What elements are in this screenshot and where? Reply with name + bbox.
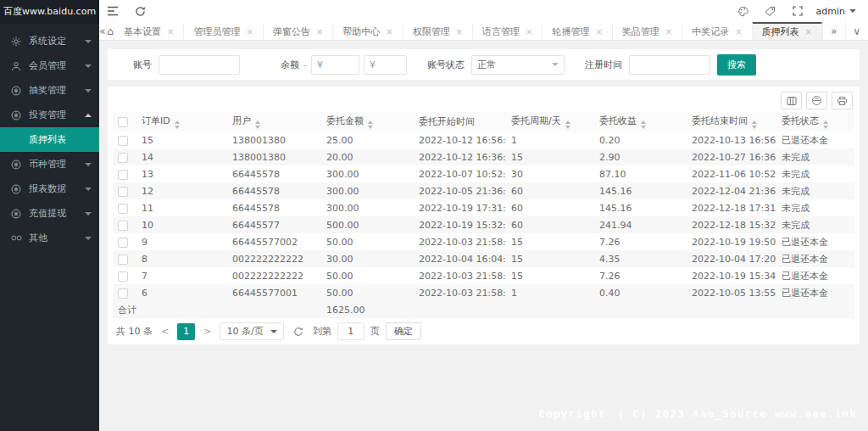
search-form: 账号 余额 - ¥ ¥ 账号状态 正常 注册时间 搜索 (108, 49, 860, 80)
close-icon[interactable]: × (316, 27, 323, 36)
cell-4: 60 (506, 199, 594, 216)
tab-0[interactable]: 基本设置× (114, 22, 184, 40)
row-checkbox[interactable] (118, 153, 128, 163)
search-button[interactable]: 搜索 (717, 54, 756, 76)
cell-1: 002222222222 (227, 267, 321, 284)
table-row: 1413800138020.002022-10-12 16:36:00152.9… (113, 148, 854, 165)
row-checkbox[interactable] (118, 204, 128, 214)
print-icon[interactable] (832, 92, 853, 109)
refresh-icon[interactable] (126, 0, 153, 22)
home-tab-icon[interactable]: ⌂ (107, 22, 114, 40)
sidebar-subitem-3-0[interactable]: 质押列表 (0, 127, 99, 152)
theme-palette-icon[interactable] (730, 0, 757, 22)
balance-min-input[interactable]: ¥ (311, 55, 359, 75)
account-status-select[interactable]: 正常 (471, 55, 565, 75)
sidebar-item-2[interactable]: 抽奖管理 (0, 78, 99, 103)
goto-page-input[interactable] (337, 322, 364, 340)
cell-3: 2022-10-07 10:52:15 (414, 165, 506, 182)
cell-5: 0.20 (594, 132, 687, 148)
sort-desc-icon (368, 126, 373, 129)
balance-max-input[interactable]: ¥ (364, 55, 407, 75)
tab-9[interactable]: 质押列表× (753, 22, 822, 40)
cell-5: 4.35 (594, 250, 687, 267)
sidebar-item-4[interactable]: 币种管理 (0, 152, 99, 176)
tabs-right-controls: » ∨ (822, 22, 868, 40)
sidebar-item-3[interactable]: 投资管理 (0, 103, 99, 127)
col-header-1[interactable]: 用户 (227, 112, 321, 132)
row-checkbox[interactable] (118, 170, 128, 180)
tag-icon[interactable] (757, 0, 784, 22)
tab-label: 质押列表 (762, 25, 799, 38)
tab-label: 基本设置 (124, 25, 161, 38)
row-checkbox[interactable] (118, 288, 128, 299)
cell-3: 2022-10-19 15:32:40 (414, 216, 506, 233)
close-icon[interactable]: × (246, 27, 253, 36)
col-header-0[interactable]: 订单ID (136, 112, 227, 132)
next-page-icon[interactable]: > (201, 326, 214, 337)
tab-2[interactable]: 弹窗公告× (264, 22, 333, 40)
col-header-5[interactable]: 委托收益 (594, 112, 687, 132)
table-row: 1513800138025.002022-10-12 16:56:3210.20… (113, 132, 854, 148)
sidebar-item-1[interactable]: 会员管理 (0, 53, 99, 78)
close-icon[interactable]: × (735, 27, 742, 36)
row-select-cell (113, 165, 136, 182)
row-checkbox[interactable] (118, 271, 128, 282)
current-page[interactable]: 1 (177, 323, 195, 340)
goto-confirm-button[interactable]: 确定 (386, 322, 421, 340)
gear-icon (11, 36, 24, 47)
select-all-checkbox[interactable] (118, 117, 128, 127)
sidebar-item-label: 其他 (29, 232, 85, 244)
close-icon[interactable]: × (665, 27, 672, 36)
export-icon[interactable] (806, 92, 827, 109)
fullscreen-icon[interactable] (784, 0, 811, 22)
filter-columns-icon[interactable] (781, 92, 802, 109)
tab-3[interactable]: 帮助中心× (333, 22, 403, 40)
account-input[interactable] (159, 55, 240, 75)
row-checkbox[interactable] (118, 136, 128, 146)
tab-4[interactable]: 权限管理× (403, 22, 473, 40)
close-icon[interactable]: × (167, 27, 174, 36)
sidebar-item-5[interactable]: 报表数据 (0, 176, 99, 201)
tab-8[interactable]: 中奖记录× (682, 22, 752, 40)
tabs-scroll-left-icon[interactable]: « (99, 22, 107, 40)
close-icon[interactable]: × (526, 27, 532, 36)
col-header-2[interactable]: 委托金额 (321, 112, 414, 132)
collapse-menu-icon[interactable] (99, 0, 126, 22)
cell-1: 66445577 (227, 216, 321, 233)
cell-1: 138001380 (227, 148, 321, 165)
col-header-4[interactable]: 委托周期/天 (506, 112, 594, 132)
sidebar-item-0[interactable]: 系统设定 (0, 29, 99, 53)
tabs-scroll-right-icon[interactable]: » (822, 22, 845, 40)
col-header-7[interactable]: 委托状态 (776, 112, 854, 132)
table-row: 96644557700250.002022-10-03 21:58:08157.… (113, 233, 854, 250)
pager-refresh-icon[interactable] (293, 327, 303, 337)
cell-4: 15 (506, 148, 594, 165)
row-checkbox[interactable] (118, 255, 128, 265)
sidebar-item-label: 系统设定 (29, 35, 85, 48)
col-header-6[interactable]: 委托结束时间 (687, 112, 776, 132)
chevron-up-icon (85, 114, 92, 117)
register-time-input[interactable] (629, 55, 710, 75)
sidebar-item-7[interactable]: 其他 (0, 226, 99, 250)
prev-page-icon[interactable]: < (159, 326, 171, 337)
close-icon[interactable]: × (595, 27, 602, 36)
close-icon[interactable]: × (805, 27, 812, 36)
tab-7[interactable]: 奖品管理× (613, 22, 682, 40)
row-checkbox[interactable] (118, 221, 128, 231)
row-checkbox[interactable] (118, 238, 128, 248)
tab-5[interactable]: 语言管理× (473, 22, 542, 40)
close-icon[interactable]: × (386, 27, 392, 36)
col-header-label: 委托收益 (599, 115, 637, 127)
tab-1[interactable]: 管理员管理× (184, 22, 263, 40)
tab-6[interactable]: 轮播管理× (542, 22, 612, 40)
sidebar: 百度www.baidu.com 系统设定会员管理抽奖管理投资管理质押列表币种管理… (0, 0, 99, 431)
sidebar-item-6[interactable]: 充值提现 (0, 201, 99, 226)
cell-2: 500.00 (321, 216, 414, 233)
close-icon[interactable]: × (456, 27, 463, 36)
cell-3: 2022-10-19 17:31:29 (414, 199, 506, 216)
row-checkbox[interactable] (118, 187, 128, 197)
row-select-cell (113, 199, 136, 216)
tabs-menu-icon[interactable]: ∨ (845, 22, 868, 40)
user-menu[interactable]: admin (816, 6, 856, 17)
page-size-select[interactable]: 10 条/页 (220, 322, 283, 340)
